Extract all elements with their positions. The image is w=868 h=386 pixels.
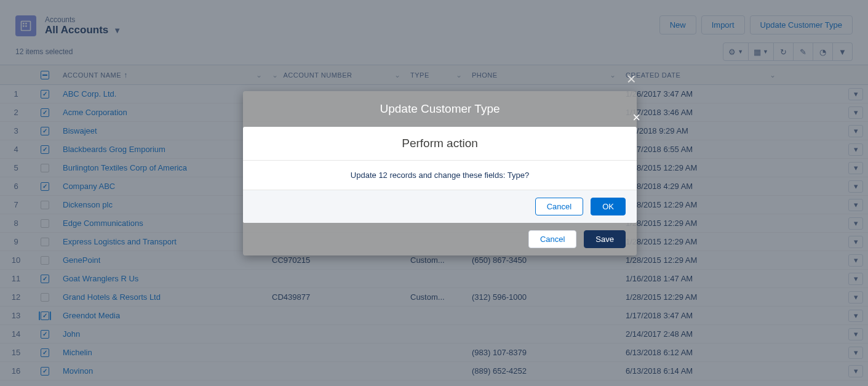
close-icon[interactable]: × xyxy=(627,70,636,89)
close-icon[interactable]: × xyxy=(632,110,640,126)
outer-modal-title: Update Customer Type xyxy=(243,91,637,127)
inner-modal: Perform action Update 12 records and cha… xyxy=(243,127,637,223)
outer-modal-footer: Cancel Save xyxy=(243,223,637,255)
cancel-button[interactable]: Cancel xyxy=(535,198,583,215)
ok-button[interactable]: OK xyxy=(591,198,626,215)
save-button[interactable]: Save xyxy=(584,230,626,248)
outer-modal: × Update Customer Type Perform action Up… xyxy=(243,91,637,255)
outer-cancel-button[interactable]: Cancel xyxy=(528,230,576,248)
inner-modal-title: Perform action xyxy=(243,127,637,161)
inner-modal-footer: Cancel OK xyxy=(243,190,637,223)
inner-modal-message: Update 12 records and change these field… xyxy=(243,161,637,190)
